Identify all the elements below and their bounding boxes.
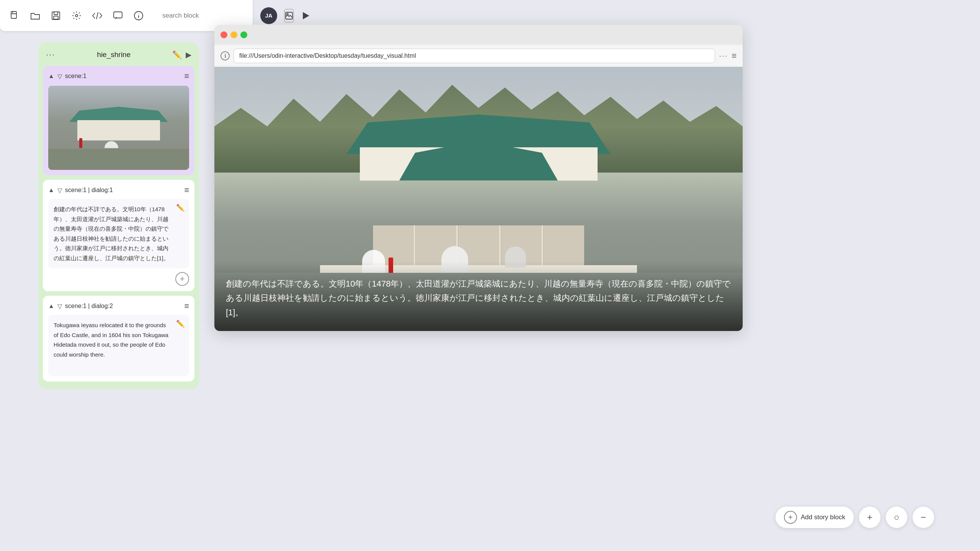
- dialog-1-label: scene:1 | dialog:1: [65, 187, 181, 194]
- dialog1-edit-icon[interactable]: ✏️: [176, 204, 185, 212]
- browser-window: ℹ file:///Users/odin-interactive/Desktop…: [214, 25, 743, 331]
- mini-red-figure: [79, 138, 82, 148]
- svg-rect-5: [114, 12, 122, 18]
- circle-button[interactable]: ○: [886, 507, 907, 528]
- shrine-caption: 創建の年代は不詳である。文明10年（1478年）、太田道灌が江戸城築城にあたり、…: [214, 261, 743, 331]
- dialog-1-text: 創建の年代は不詳である。文明10年（1478年）、太田道灌が江戸城築城にあたり、…: [54, 204, 172, 263]
- dialog2-edit-icon[interactable]: ✏️: [176, 320, 185, 328]
- mini-umbrella: [105, 141, 118, 148]
- dialog-2-label: scene:1 | dialog:2: [65, 303, 181, 310]
- plus-button[interactable]: +: [859, 507, 880, 528]
- scene-menu-icon[interactable]: ≡: [184, 71, 189, 81]
- dialog-1-header: ▲ ▽ scene:1 | dialog:1 ≡: [48, 185, 189, 195]
- comment-icon[interactable]: [111, 9, 125, 23]
- dialog-1-text-area: ✏️ 創建の年代は不詳である。文明10年（1478年）、太田道灌が江戸城築城にあ…: [48, 199, 189, 268]
- svg-rect-1: [52, 12, 60, 20]
- play-icon[interactable]: [301, 9, 310, 23]
- image-tool-icon[interactable]: [284, 9, 294, 23]
- bottom-toolbar: + Add story block + ○ −: [776, 507, 934, 528]
- svg-rect-2: [54, 12, 58, 15]
- browser-content: 創建の年代は不詳である。文明10年（1478年）、太田道灌が江戸城築城にあたり、…: [214, 67, 743, 331]
- folder-icon[interactable]: [28, 9, 42, 23]
- traffic-green-button[interactable]: [240, 31, 247, 38]
- add-story-circle-icon: +: [784, 511, 797, 524]
- dialog-2-text-area: ✏️ Tokugawa Ieyasu relocated it to the g…: [48, 315, 189, 376]
- shrine-sub-roof: [399, 141, 558, 181]
- dialog2-up-arrow[interactable]: ▲: [48, 303, 54, 310]
- browser-url-bar[interactable]: file:///Users/odin-interactive/Desktop/t…: [234, 49, 715, 63]
- dialog1-menu-icon[interactable]: ≡: [184, 185, 189, 195]
- new-doc-icon[interactable]: [8, 9, 21, 23]
- code-icon[interactable]: [90, 9, 104, 23]
- mini-shrine-ground: [48, 149, 189, 170]
- scene-down-arrow[interactable]: ▽: [57, 73, 62, 80]
- svg-rect-3: [54, 16, 58, 19]
- dialog1-up-arrow[interactable]: ▲: [48, 187, 54, 194]
- svg-point-4: [75, 15, 78, 17]
- edit-icon[interactable]: ✏️: [172, 50, 182, 59]
- panel-title: hie_shrine: [59, 51, 168, 59]
- dialog1-add-button[interactable]: +: [175, 272, 189, 286]
- left-panel: ··· hie_shrine ✏️ ▶ ▲ ▽ scene:1 ≡ ▲ ▽ sc…: [38, 42, 199, 389]
- svg-rect-0: [11, 11, 16, 18]
- shrine-photo: 創建の年代は不詳である。文明10年（1478年）、太田道灌が江戸城築城にあたり、…: [214, 67, 743, 331]
- mini-shrine-bg: [48, 86, 189, 170]
- main-toolbar: JA: [0, 0, 253, 31]
- search-input[interactable]: [162, 8, 243, 24]
- dialog-1-card: ▲ ▽ scene:1 | dialog:1 ≡ ✏️ 創建の年代は不詳である。…: [43, 180, 194, 291]
- add-story-label: Add story block: [801, 514, 845, 521]
- panel-dots[interactable]: ···: [46, 50, 55, 60]
- save-icon[interactable]: [49, 9, 63, 23]
- scene-1-image[interactable]: [48, 86, 189, 170]
- scene-1-card: ▲ ▽ scene:1 ≡: [43, 66, 194, 175]
- scene-1-label: scene:1: [65, 73, 181, 80]
- language-badge[interactable]: JA: [260, 7, 277, 24]
- dialog2-down-arrow[interactable]: ▽: [57, 303, 62, 310]
- scene-1-header: ▲ ▽ scene:1 ≡: [48, 71, 189, 81]
- browser-info-icon[interactable]: ℹ: [220, 51, 230, 60]
- browser-menu-icon[interactable]: ≡: [732, 51, 737, 61]
- browser-more-icon[interactable]: ···: [719, 51, 728, 60]
- dialog2-menu-icon[interactable]: ≡: [184, 301, 189, 311]
- info-icon[interactable]: [132, 9, 145, 23]
- traffic-yellow-button[interactable]: [230, 31, 237, 38]
- panel-header: ··· hie_shrine ✏️ ▶: [38, 42, 199, 66]
- dialog1-down-arrow[interactable]: ▽: [57, 187, 62, 194]
- dialog-2-header: ▲ ▽ scene:1 | dialog:2 ≡: [48, 301, 189, 311]
- svg-marker-9: [303, 13, 309, 19]
- dialog-2-card: ▲ ▽ scene:1 | dialog:2 ≡ ✏️ Tokugawa Iey…: [43, 296, 194, 381]
- mini-shrine-roof: [69, 107, 168, 140]
- panel-play-icon[interactable]: ▶: [186, 50, 191, 59]
- add-story-button[interactable]: + Add story block: [776, 507, 854, 528]
- scene-up-arrow[interactable]: ▲: [48, 73, 54, 80]
- browser-titlebar: [214, 25, 743, 45]
- minus-button[interactable]: −: [913, 507, 934, 528]
- traffic-red-button[interactable]: [220, 31, 227, 38]
- browser-toolbar: ℹ file:///Users/odin-interactive/Desktop…: [214, 45, 743, 67]
- dialog-2-text: Tokugawa Ieyasu relocated it to the grou…: [54, 320, 172, 359]
- settings-icon[interactable]: [70, 9, 83, 23]
